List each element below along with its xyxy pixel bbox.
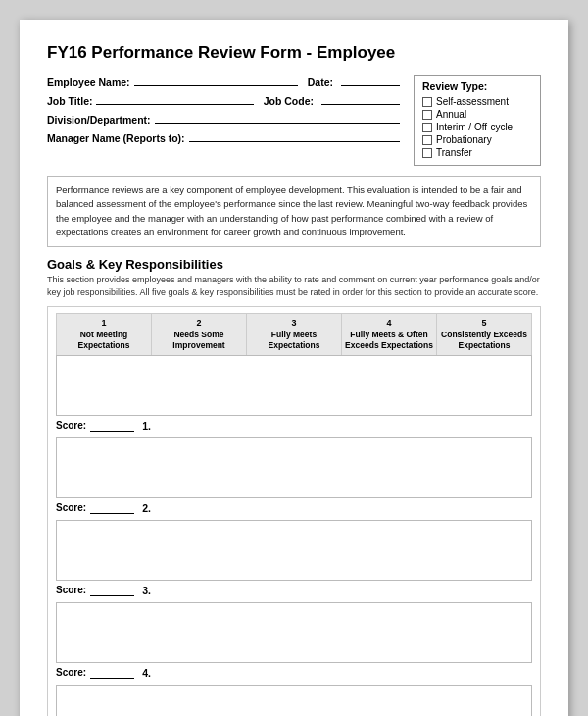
rating-header: 1 Not MeetingExpectations 2 Needs SomeIm… bbox=[56, 313, 532, 355]
rating-col-4: 4 Fully Meets & OftenExceeds Expectation… bbox=[342, 314, 437, 355]
description-text: Performance reviews are a key component … bbox=[56, 184, 527, 237]
rating-label-3: Fully MeetsExpectations bbox=[269, 330, 320, 350]
manager-label: Manager Name (Reports to): bbox=[47, 132, 185, 144]
manager-field[interactable] bbox=[189, 130, 400, 142]
rating-label-1: Not MeetingExpectations bbox=[78, 330, 130, 350]
checkbox-self-assessment[interactable] bbox=[422, 97, 432, 107]
rating-number-5: 5 bbox=[439, 318, 529, 330]
review-type-transfer[interactable]: Transfer bbox=[422, 147, 532, 158]
division-field[interactable] bbox=[155, 112, 400, 124]
rating-number-2: 2 bbox=[154, 318, 244, 330]
goal-item-1: Score: 1. bbox=[56, 355, 532, 432]
rating-col-1: 1 Not MeetingExpectations bbox=[57, 314, 152, 355]
rating-label-4: Fully Meets & OftenExceeds Expectations bbox=[345, 330, 433, 350]
job-title-field[interactable] bbox=[96, 93, 253, 105]
score-label-2: Score: bbox=[56, 502, 86, 513]
goal-item-2: Score: 2. bbox=[56, 437, 532, 514]
review-type-interim[interactable]: Interim / Off-cycle bbox=[422, 122, 532, 132]
item-number-4: 4. bbox=[142, 667, 151, 679]
score-label-3: Score: bbox=[56, 585, 86, 595]
goals-subtitle: This section provides employees and mana… bbox=[47, 274, 541, 298]
fields-section: Employee Name: Date: Job Title: Job Code… bbox=[47, 75, 400, 149]
goal-textbox-2[interactable] bbox=[56, 437, 532, 498]
rating-label-5: Consistently ExceedsExpectations bbox=[441, 330, 527, 350]
goal-item-5: Score: 5. bbox=[56, 685, 532, 716]
job-title-label: Job Title: bbox=[47, 95, 92, 107]
goal-item-4: Score: 4. bbox=[56, 602, 532, 679]
score-input-2[interactable] bbox=[90, 502, 134, 514]
score-input-3[interactable] bbox=[90, 585, 134, 596]
goals-section: Goals & Key Responsibilities This sectio… bbox=[47, 257, 541, 716]
score-label-4: Score: bbox=[56, 667, 86, 678]
date-field[interactable] bbox=[341, 75, 400, 86]
review-type-annual[interactable]: Annual bbox=[422, 109, 532, 120]
goal-item-3: Score: 3. bbox=[56, 520, 532, 596]
goals-content: 1 Not MeetingExpectations 2 Needs SomeIm… bbox=[47, 306, 541, 716]
review-type-option-2: Interim / Off-cycle bbox=[436, 122, 513, 132]
review-type-option-3: Probationary bbox=[436, 134, 492, 145]
item-number-1: 1. bbox=[142, 420, 151, 432]
item-number-2: 2. bbox=[142, 502, 151, 514]
review-type-title: Review Type: bbox=[422, 80, 532, 92]
item-number-3: 3. bbox=[142, 585, 151, 596]
goals-title: Goals & Key Responsibilities bbox=[47, 257, 541, 272]
goal-textbox-5[interactable] bbox=[56, 685, 532, 716]
rating-col-5: 5 Consistently ExceedsExpectations bbox=[437, 314, 531, 355]
employee-name-label: Employee Name: bbox=[47, 77, 130, 88]
review-type-option-0: Self-assessment bbox=[436, 96, 509, 107]
rating-label-2: Needs SomeImprovement bbox=[172, 330, 224, 350]
employee-name-field[interactable] bbox=[134, 75, 298, 86]
review-type-option-1: Annual bbox=[436, 109, 466, 120]
review-type-probationary[interactable]: Probationary bbox=[422, 134, 532, 145]
score-input-4[interactable] bbox=[90, 667, 134, 679]
job-code-label: Job Code: bbox=[264, 95, 314, 107]
job-code-field[interactable] bbox=[321, 93, 400, 105]
goal-textbox-4[interactable] bbox=[56, 602, 532, 663]
checkbox-annual[interactable] bbox=[422, 110, 432, 120]
division-label: Division/Department: bbox=[47, 114, 151, 126]
goal-textbox-3[interactable] bbox=[56, 520, 532, 581]
goal-textbox-1[interactable] bbox=[56, 355, 532, 416]
description-box: Performance reviews are a key component … bbox=[47, 176, 541, 247]
checkbox-transfer[interactable] bbox=[422, 148, 432, 158]
score-label-1: Score: bbox=[56, 420, 86, 431]
rating-number-3: 3 bbox=[249, 318, 339, 330]
performance-review-form: FY16 Performance Review Form - Employee … bbox=[20, 20, 568, 716]
page-title: FY16 Performance Review Form - Employee bbox=[47, 43, 541, 63]
checkbox-probationary[interactable] bbox=[422, 135, 432, 145]
rating-col-2: 2 Needs SomeImprovement bbox=[152, 314, 247, 355]
rating-number-1: 1 bbox=[59, 318, 149, 330]
checkbox-interim[interactable] bbox=[422, 123, 432, 132]
date-label: Date: bbox=[308, 77, 333, 88]
review-type-box: Review Type: Self-assessment Annual Inte… bbox=[414, 75, 541, 166]
review-type-self-assessment[interactable]: Self-assessment bbox=[422, 96, 532, 107]
rating-number-4: 4 bbox=[344, 318, 434, 330]
rating-col-3: 3 Fully MeetsExpectations bbox=[247, 314, 342, 355]
review-type-option-4: Transfer bbox=[436, 147, 472, 158]
score-input-1[interactable] bbox=[90, 420, 134, 432]
